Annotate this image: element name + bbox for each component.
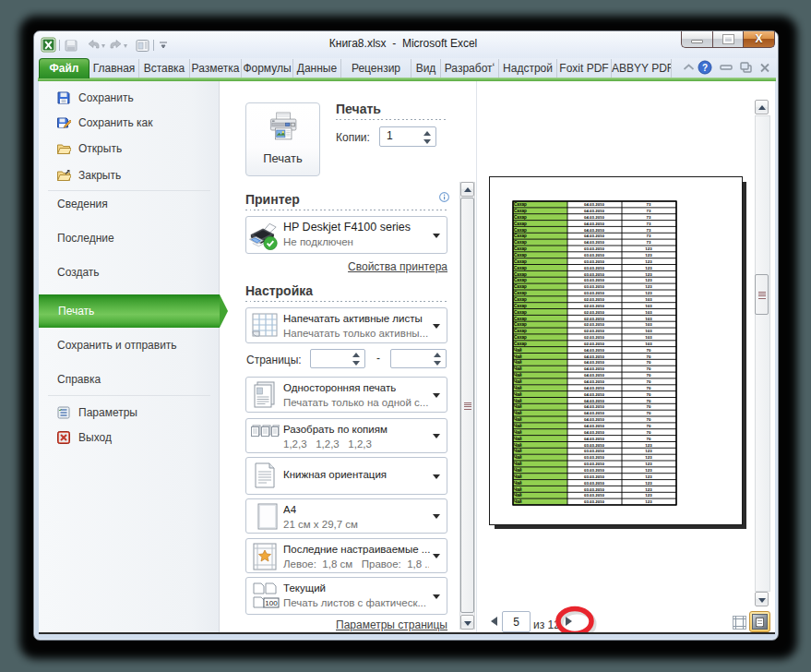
svg-text:103: 103 [645,329,652,333]
svg-text:04.03.2010: 04.03.2010 [584,392,605,397]
svg-text:03.03.2010: 03.03.2010 [584,487,605,492]
svg-text:Сахар: Сахар [514,329,527,333]
svg-text:Сахар: Сахар [514,240,527,245]
svg-text:70: 70 [647,360,651,365]
svg-text:123: 123 [645,455,652,460]
svg-text:03.03.2010: 03.03.2010 [584,449,605,453]
svg-text:03.03.2010: 03.03.2010 [584,284,605,289]
svg-text:04.03.2010: 04.03.2010 [584,399,605,403]
svg-text:04.03.2010: 04.03.2010 [584,373,605,378]
svg-text:02.03.2010: 02.03.2010 [584,297,605,302]
svg-text:04.03.2010: 04.03.2010 [584,209,605,213]
svg-text:Сахар: Сахар [514,342,527,346]
svg-text:03.03.2010: 03.03.2010 [584,455,605,460]
svg-text:04.03.2010: 04.03.2010 [584,424,605,428]
svg-text:Чай: Чай [514,378,522,384]
svg-text:04.03.2010: 04.03.2010 [584,348,605,353]
svg-text:73: 73 [647,222,651,226]
svg-text:103: 103 [645,297,652,302]
svg-text:04.03.2010: 04.03.2010 [584,228,605,233]
svg-text:04.03.2010: 04.03.2010 [584,411,605,415]
svg-text:Сахар: Сахар [514,266,527,270]
svg-text:123: 123 [645,499,652,504]
svg-text:Чай: Чай [514,398,522,403]
svg-text:Чай: Чай [514,498,522,504]
svg-text:70: 70 [647,366,651,371]
svg-text:03.03.2010: 03.03.2010 [584,493,605,498]
svg-text:123: 123 [645,272,652,277]
svg-text:?: ? [702,63,708,73]
svg-text:03.03.2010: 03.03.2010 [584,499,605,504]
svg-text:Чай: Чай [514,354,522,359]
svg-text:Сахар: Сахар [514,310,527,315]
svg-text:123: 123 [645,487,652,492]
svg-text:Чай: Чай [514,423,522,428]
svg-text:123: 123 [645,284,652,289]
svg-text:123: 123 [645,259,652,264]
svg-text:73: 73 [647,202,651,207]
svg-text:Сахар: Сахар [514,297,527,302]
svg-text:70: 70 [647,392,651,397]
svg-text:70: 70 [647,354,651,359]
svg-text:03.03.2010: 03.03.2010 [584,253,605,258]
svg-text:70: 70 [647,424,651,428]
svg-text:Чай: Чай [514,486,522,492]
svg-text:04.03.2010: 04.03.2010 [584,379,605,384]
svg-text:03.03.2010: 03.03.2010 [584,259,605,264]
svg-text:123: 123 [645,253,652,258]
svg-text:70: 70 [647,417,651,422]
svg-text:Сахар: Сахар [514,317,527,321]
svg-text:02.03.2010: 02.03.2010 [584,310,605,315]
svg-text:103: 103 [645,335,652,340]
svg-text:Сахар: Сахар [514,335,527,340]
svg-text:70: 70 [647,379,651,384]
svg-text:70: 70 [647,430,651,435]
svg-text:Чай: Чай [514,347,522,353]
svg-text:04.03.2010: 04.03.2010 [584,222,605,226]
svg-text:123: 123 [645,462,652,466]
svg-text:Чай: Чай [514,429,522,435]
svg-text:Сахар: Сахар [514,272,527,277]
svg-text:02.03.2010: 02.03.2010 [584,304,605,308]
svg-text:70: 70 [647,348,651,353]
svg-text:04.03.2010: 04.03.2010 [584,366,605,371]
svg-text:100: 100 [265,599,278,607]
svg-text:123: 123 [645,468,652,473]
svg-text:Чай: Чай [514,410,522,415]
svg-text:04.03.2010: 04.03.2010 [584,437,605,441]
svg-text:123: 123 [645,481,652,486]
svg-text:03.03.2010: 03.03.2010 [584,272,605,277]
svg-text:Чай: Чай [514,436,522,441]
svg-text:02.03.2010: 02.03.2010 [584,342,605,346]
svg-text:73: 73 [647,228,651,233]
svg-text:04.03.2010: 04.03.2010 [584,202,605,207]
svg-text:04.03.2010: 04.03.2010 [584,234,605,238]
svg-text:Чай: Чай [514,372,522,378]
svg-text:04.03.2010: 04.03.2010 [584,354,605,359]
svg-text:70: 70 [647,373,651,378]
svg-text:73: 73 [647,240,651,245]
svg-text:03.03.2010: 03.03.2010 [584,443,605,448]
svg-text:Чай: Чай [514,474,522,479]
svg-text:Сахар: Сахар [514,228,527,233]
svg-text:103: 103 [645,342,652,346]
svg-text:Сахар: Сахар [514,284,527,289]
svg-text:103: 103 [645,310,652,315]
svg-text:Чай: Чай [514,391,522,397]
svg-text:02.03.2010: 02.03.2010 [584,317,605,321]
svg-text:Сахар: Сахар [514,291,527,295]
svg-text:70: 70 [647,411,651,415]
svg-text:Чай: Чай [514,454,522,460]
svg-text:04.03.2010: 04.03.2010 [584,215,605,220]
svg-text:103: 103 [645,317,652,321]
svg-text:Чай: Чай [514,385,522,390]
svg-text:04.03.2010: 04.03.2010 [584,360,605,365]
svg-text:Сахар: Сахар [514,278,527,282]
svg-text:123: 123 [645,291,652,295]
svg-text:73: 73 [647,209,651,213]
svg-text:70: 70 [647,404,651,409]
svg-text:Чай: Чай [514,366,522,371]
svg-text:Сахар: Сахар [514,202,527,207]
svg-text:Сахар: Сахар [514,246,527,251]
svg-text:Чай: Чай [514,480,522,486]
